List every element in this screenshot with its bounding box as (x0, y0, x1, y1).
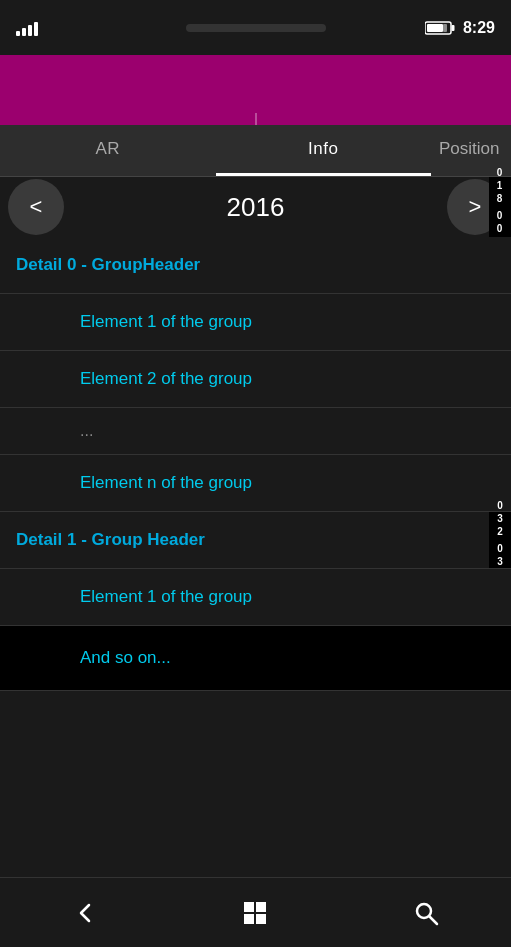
year-navigation: < 2016 > 0 1 8 0 0 2 (0, 177, 511, 237)
prev-year-button[interactable]: < (8, 179, 64, 235)
svg-rect-3 (443, 24, 447, 32)
bottom-navigation (0, 877, 511, 947)
year-display: 2016 (72, 192, 439, 223)
status-bar: 8:29 (0, 0, 511, 55)
time-display: 8:29 (463, 19, 495, 37)
list-item[interactable]: Element 1 of the group (0, 294, 511, 351)
list-item[interactable]: Element n of the group (0, 455, 511, 512)
notch (186, 24, 326, 32)
tab-navigation: AR Info Position (0, 125, 511, 177)
svg-rect-7 (256, 914, 266, 924)
status-right: 8:29 (425, 19, 495, 37)
svg-rect-2 (427, 24, 443, 32)
search-button[interactable] (396, 883, 456, 943)
group-header-1: Detail 1 - Group Header (0, 512, 511, 568)
battery-icon (425, 20, 455, 36)
side-label-top: 0 1 8 0 0 2 (489, 177, 511, 237)
svg-rect-5 (256, 902, 266, 912)
signal-area (16, 20, 38, 36)
svg-rect-4 (244, 902, 254, 912)
search-icon (412, 899, 440, 927)
list-container: Detail 0 - GroupHeader Element 1 of the … (0, 237, 511, 691)
list-item[interactable]: ... (0, 408, 511, 455)
app-header (0, 55, 511, 125)
group-header-0: Detail 0 - GroupHeader (0, 237, 511, 293)
element-n: Element n of the group (0, 455, 511, 511)
list-item[interactable]: And so on... (0, 626, 511, 691)
tab-ar[interactable]: AR (0, 125, 216, 176)
tab-info[interactable]: Info (216, 125, 432, 176)
svg-line-9 (429, 916, 437, 924)
list-item[interactable]: Detail 1 - Group Header 0 3 2 0 3 1 (0, 512, 511, 569)
element-g1-1: Element 1 of the group (0, 569, 511, 625)
side-label-middle: 0 3 2 0 3 1 (489, 512, 511, 568)
back-button[interactable] (55, 883, 115, 943)
home-button[interactable] (225, 883, 285, 943)
list-item[interactable]: Element 1 of the group (0, 569, 511, 626)
element-1: Element 1 of the group (0, 294, 511, 350)
windows-icon (241, 899, 269, 927)
list-item[interactable]: Element 2 of the group (0, 351, 511, 408)
svg-rect-6 (244, 914, 254, 924)
list-item[interactable]: Detail 0 - GroupHeader (0, 237, 511, 294)
and-so-on: And so on... (0, 626, 511, 690)
back-icon (71, 899, 99, 927)
ellipsis: ... (0, 408, 511, 454)
signal-icon (16, 20, 38, 36)
svg-rect-1 (451, 25, 454, 31)
element-2: Element 2 of the group (0, 351, 511, 407)
